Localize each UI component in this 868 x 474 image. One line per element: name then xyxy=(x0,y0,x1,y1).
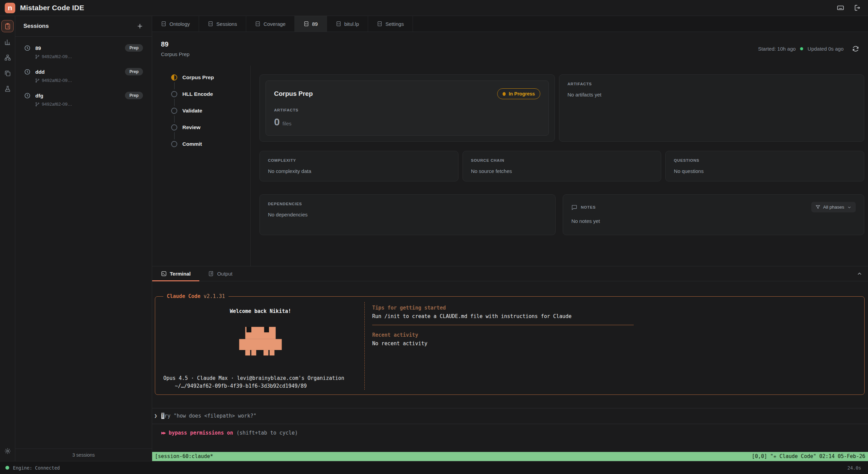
permissions-mode-row[interactable]: ▶▶ bypass permissions on (shift+tab to c… xyxy=(152,424,868,437)
session-list-item[interactable]: 89 Prep 9492af62-09… xyxy=(20,40,147,64)
rail-item-settings[interactable] xyxy=(1,445,14,457)
git-branch-icon xyxy=(35,78,40,83)
status-bar: Engine: Connected 24.0s xyxy=(0,461,868,474)
tab-label: Ontology xyxy=(169,21,190,27)
artifacts-unit: files xyxy=(283,121,292,126)
claude-banner-name: Claude Code xyxy=(167,293,200,299)
notes-empty-text: No notes yet xyxy=(571,218,856,224)
engine-status-dot xyxy=(5,466,9,470)
page-subtitle: Corpus Prep xyxy=(161,51,189,57)
phase-progress-icon xyxy=(171,74,177,81)
editor-tabbar: Ontology Sessions Coverage 89 bitul.lp xyxy=(152,16,868,32)
file-code-icon xyxy=(304,21,309,27)
output-tab-label: Output xyxy=(217,271,232,277)
source-chain-label: SOURCE CHAIN xyxy=(471,158,653,162)
chevron-down-icon xyxy=(847,205,852,210)
tab-sessions[interactable]: Sessions xyxy=(199,16,246,32)
double-arrow-icon: ▶▶ xyxy=(161,429,165,436)
tab-89[interactable]: 89 xyxy=(295,16,327,32)
complexity-panel: COMPLEXITY No complexity data xyxy=(259,151,458,181)
terminal-tabbar: Terminal Output xyxy=(152,266,868,281)
session-name: ddd xyxy=(35,69,45,75)
phase-connector xyxy=(174,116,175,123)
banner-divider xyxy=(372,325,634,325)
phase-label: Commit xyxy=(182,141,202,147)
rail-item-sessions[interactable] xyxy=(1,20,14,32)
session-status-badge: Prep xyxy=(125,68,143,75)
rail-item-hierarchy[interactable] xyxy=(1,51,14,64)
phase-cards: Corpus Prep In Progress ARTIFACTS 0 xyxy=(251,66,868,266)
file-code-icon xyxy=(377,21,382,27)
notes-panel: NOTES All phases xyxy=(563,194,864,235)
terminal-cursor: T xyxy=(161,413,164,419)
account-info: Opus 4.5 · Claude Max · levi@brainyblaze… xyxy=(163,374,358,382)
bar-chart-icon xyxy=(4,38,11,46)
session-ref-text: 9492af62-09… xyxy=(42,102,72,107)
tip-text: Run /init to create a CLAUDE.md file wit… xyxy=(372,313,855,320)
chat-bubble-icon xyxy=(571,204,577,210)
phase-pending-icon xyxy=(171,91,177,97)
file-code-icon xyxy=(255,21,260,27)
tab-settings[interactable]: Settings xyxy=(368,16,413,32)
git-branch-icon xyxy=(35,102,40,107)
sessions-header: Sessions xyxy=(15,16,152,37)
complexity-label: COMPLEXITY xyxy=(268,158,450,162)
tmux-status-bar: [session-60:claude* [0,0] "✳ Claude Code… xyxy=(152,452,868,461)
terminal-prompt[interactable]: ❯ Try "how does <filepath> work?" xyxy=(152,408,868,424)
tab-label: 89 xyxy=(312,21,318,27)
filter-icon xyxy=(815,205,820,210)
claude-banner-right: Tips for getting started Run /init to cr… xyxy=(364,302,864,390)
chevron-up-icon[interactable] xyxy=(856,271,863,277)
terminal-tab-label: Terminal xyxy=(170,271,191,277)
refresh-icon[interactable] xyxy=(852,45,859,52)
welcome-message: Welcome back Nikita! xyxy=(163,308,358,315)
logout-icon[interactable] xyxy=(853,4,861,12)
phase-item-hll-encode[interactable]: HLL Encode xyxy=(171,91,250,97)
elapsed-timer: 24.0s xyxy=(847,465,861,471)
tmux-session-info: [session-60:claude* xyxy=(155,453,213,460)
tab-ontology[interactable]: Ontology xyxy=(152,16,199,32)
phase-label: Corpus Prep xyxy=(182,74,214,81)
tab-coverage[interactable]: Coverage xyxy=(246,16,295,32)
tab-terminal[interactable]: Terminal xyxy=(152,266,199,281)
keyboard-shortcuts-icon[interactable] xyxy=(837,4,844,12)
rail-item-files[interactable] xyxy=(1,67,14,79)
hierarchy-icon xyxy=(4,54,11,61)
phase-item-review[interactable]: Review xyxy=(171,124,250,130)
rail-item-experiments[interactable] xyxy=(1,83,14,95)
questions-label: QUESTIONS xyxy=(674,158,856,162)
artifacts-panel-label: ARTIFACTS xyxy=(567,82,856,86)
phase-item-commit[interactable]: Commit xyxy=(171,141,250,147)
add-session-button[interactable] xyxy=(136,22,144,30)
git-branch-icon xyxy=(35,54,40,59)
session-name: dfg xyxy=(35,93,43,99)
left-rail xyxy=(0,16,15,461)
sessions-panel: Sessions 89 Prep xyxy=(15,16,152,461)
prompt-placeholder-text: ry "how does <filepath> work?" xyxy=(164,413,256,419)
rail-item-analytics[interactable] xyxy=(1,36,14,48)
phase-item-validate[interactable]: Validate xyxy=(171,108,250,114)
phase-pending-icon xyxy=(171,108,177,114)
phase-item-corpus-prep[interactable]: Corpus Prep xyxy=(171,74,250,81)
tab-output[interactable]: Output xyxy=(199,266,241,281)
main-area: Ontology Sessions Coverage 89 bitul.lp xyxy=(152,16,868,461)
output-log-icon xyxy=(208,271,214,277)
started-label: Started: 10h ago xyxy=(758,46,796,52)
session-ref-text: 9492af62-09… xyxy=(42,78,72,83)
session-list-item[interactable]: ddd Prep 9492af62-09… xyxy=(20,64,147,88)
copy-icon xyxy=(4,70,11,77)
phase-label: HLL Encode xyxy=(182,91,213,97)
tab-label: bitul.lp xyxy=(344,21,359,27)
app-logo: n xyxy=(5,3,15,13)
session-status-badge: Prep xyxy=(125,44,143,52)
phase-pending-icon xyxy=(171,141,177,147)
session-list-item[interactable]: dfg Prep 9492af62-09… xyxy=(20,88,147,111)
permissions-mode-hint: (shift+tab to cycle) xyxy=(236,429,298,437)
tab-bitul-lp[interactable]: bitul.lp xyxy=(327,16,368,32)
notes-phase-filter[interactable]: All phases xyxy=(811,202,856,212)
claude-code-banner: Claude Code v2.1.31 Welcome back Nikita! xyxy=(155,296,865,395)
terminal-output[interactable]: Claude Code v2.1.31 Welcome back Nikita! xyxy=(152,281,868,461)
questions-empty-text: No questions xyxy=(674,168,856,174)
artifacts-empty-text: No artifacts yet xyxy=(567,92,856,98)
artifacts-label: ARTIFACTS xyxy=(274,108,540,112)
